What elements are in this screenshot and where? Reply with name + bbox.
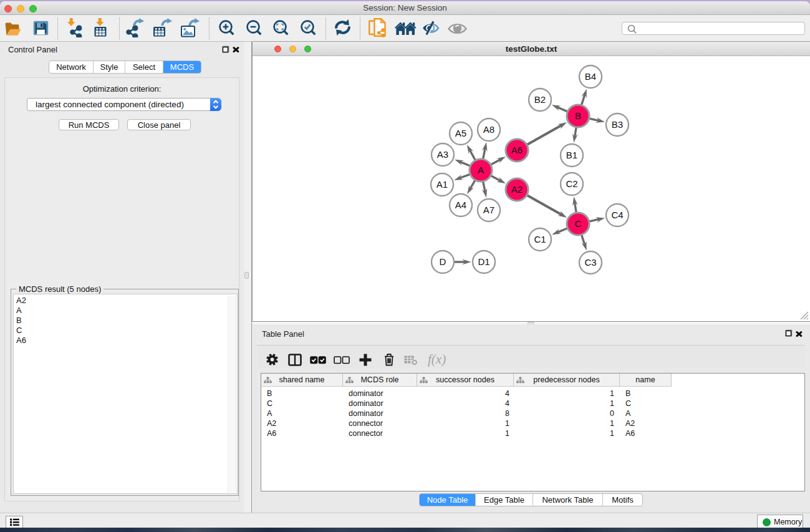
svg-text:A7: A7	[483, 205, 494, 215]
svg-text:A4: A4	[455, 200, 466, 210]
svg-text:A3: A3	[437, 149, 448, 160]
svg-text:B: B	[575, 110, 581, 121]
svg-text:B2: B2	[534, 94, 546, 105]
svg-text:A8: A8	[483, 124, 494, 135]
svg-text:D: D	[440, 256, 446, 267]
svg-text:A2: A2	[511, 184, 523, 195]
svg-text:C4: C4	[611, 210, 623, 220]
svg-text:C2: C2	[566, 178, 577, 189]
svg-text:A6: A6	[511, 145, 523, 155]
svg-text:A1: A1	[436, 179, 448, 190]
svg-text:C3: C3	[584, 257, 596, 268]
svg-text:D1: D1	[478, 256, 489, 267]
svg-text:C: C	[575, 218, 582, 229]
svg-text:A5: A5	[455, 128, 466, 138]
svg-text:B4: B4	[585, 71, 596, 82]
svg-text:B1: B1	[566, 150, 577, 160]
svg-text:A: A	[478, 165, 484, 175]
svg-text:B3: B3	[612, 119, 623, 130]
svg-text:C1: C1	[534, 234, 546, 244]
